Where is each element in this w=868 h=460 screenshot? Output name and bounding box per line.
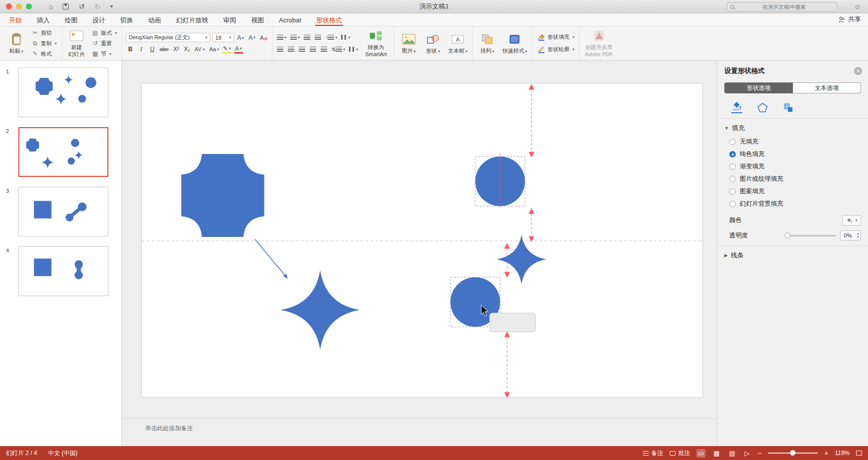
shape-fill-button[interactable]: 形状填充▾: [536, 33, 576, 41]
justify-button[interactable]: [309, 45, 318, 54]
reset-button[interactable]: ↺重置: [90, 39, 118, 48]
zoom-out-icon[interactable]: −: [758, 449, 762, 457]
fill-line-tab-icon[interactable]: [731, 101, 742, 113]
clear-formatting-button[interactable]: A: [259, 33, 268, 42]
shrink-font-button[interactable]: A▼: [248, 33, 257, 42]
fill-option-picture-texture[interactable]: 图片或纹理填充: [717, 173, 868, 185]
connector-arrow[interactable]: [255, 239, 288, 279]
slide-thumbnail-1[interactable]: [18, 68, 108, 117]
fit-slide-to-window-icon[interactable]: [856, 451, 862, 456]
size-properties-tab-icon[interactable]: [783, 101, 794, 113]
tab-slideshow[interactable]: 幻灯片放映: [175, 15, 209, 26]
cut-button[interactable]: ✂剪切: [30, 29, 58, 37]
home-icon[interactable]: ⌂: [49, 3, 53, 10]
zoom-slider-thumb[interactable]: [790, 450, 795, 456]
arrange-button[interactable]: 排列▾: [476, 31, 498, 55]
section-button[interactable]: ▦节▾: [90, 50, 118, 58]
comments-toggle-button[interactable]: 批注: [670, 449, 690, 458]
align-right-button[interactable]: [298, 45, 307, 54]
superscript-button[interactable]: X²: [172, 45, 180, 54]
spinner-up-icon[interactable]: ▲: [857, 232, 860, 235]
layout-button[interactable]: ▤版式▾: [90, 29, 118, 37]
tab-insert[interactable]: 插入: [36, 15, 51, 26]
fill-option-solid[interactable]: 纯色填充: [717, 148, 868, 160]
panel-close-icon[interactable]: ✕: [854, 67, 862, 75]
large-star-shape[interactable]: [280, 270, 360, 350]
copy-button[interactable]: ⧉复制▾: [30, 39, 58, 48]
tab-view[interactable]: 视图: [250, 15, 265, 26]
slide-sorter-view-icon[interactable]: ▦: [712, 449, 721, 458]
font-color-button[interactable]: A▾: [234, 45, 243, 54]
slide-thumbnail-3[interactable]: [18, 187, 108, 236]
normal-view-icon[interactable]: ▭: [696, 449, 705, 458]
tab-draw[interactable]: 绘图: [64, 15, 79, 26]
notes-toggle-button[interactable]: 备注: [643, 449, 663, 458]
zoom-window-button[interactable]: [26, 3, 32, 9]
tab-review[interactable]: 审阅: [222, 15, 237, 26]
grow-font-button[interactable]: A▲: [236, 33, 246, 42]
align-text-button[interactable]: ▾: [348, 45, 359, 54]
line-spacing-button[interactable]: ↕▾: [325, 33, 339, 42]
format-painter-button[interactable]: ✎格式: [30, 50, 58, 58]
tab-shape-options[interactable]: 形状选项: [724, 82, 793, 93]
change-case-button[interactable]: Aa▾: [208, 45, 220, 54]
tab-acrobat[interactable]: Acrobat: [278, 15, 302, 26]
slider-thumb[interactable]: [784, 232, 790, 238]
save-icon[interactable]: [63, 3, 69, 9]
notes-placeholder[interactable]: 单击此处添加备注: [145, 424, 193, 433]
feedback-smiley-icon[interactable]: ☺: [854, 2, 861, 10]
close-window-button[interactable]: [6, 3, 12, 9]
tab-transitions[interactable]: 切换: [119, 15, 134, 26]
notes-divider[interactable]: [122, 418, 717, 419]
font-size-select[interactable]: 18▾: [212, 33, 234, 42]
fill-option-gradient[interactable]: 渐变填充: [717, 160, 868, 173]
transparency-value-spinner[interactable]: 0% ▲▼: [840, 230, 861, 240]
slide-editor-canvas[interactable]: 单击此处添加备注: [122, 61, 717, 446]
fill-color-picker-button[interactable]: ▾: [842, 215, 861, 226]
align-center-button[interactable]: [287, 45, 296, 54]
tab-shape-format[interactable]: 形状格式: [315, 15, 343, 26]
zoom-level[interactable]: 119%: [835, 450, 850, 457]
tab-design[interactable]: 设计: [91, 15, 106, 26]
fill-option-pattern[interactable]: 图案填充: [717, 185, 868, 198]
font-name-select[interactable]: DengXian Regular (正文)▾: [126, 33, 210, 42]
fill-option-none[interactable]: 无填充: [717, 136, 868, 148]
small-star-shape[interactable]: [497, 234, 546, 284]
zoom-in-icon[interactable]: +: [824, 449, 828, 457]
search-input[interactable]: [734, 3, 834, 10]
reading-view-icon[interactable]: ▤: [728, 449, 737, 458]
quick-styles-button[interactable]: 快速样式▾: [501, 31, 528, 55]
tab-text-options[interactable]: 文本选项: [793, 82, 861, 93]
tab-animations[interactable]: 动画: [147, 15, 162, 26]
paste-button[interactable]: 粘贴▾: [5, 31, 27, 55]
language-indicator[interactable]: 中文 (中国): [48, 449, 78, 458]
picture-button[interactable]: 图片▾: [398, 31, 420, 55]
share-button[interactable]: 共享: [838, 15, 861, 24]
zoom-slider[interactable]: [768, 453, 818, 454]
distribute-button[interactable]: [320, 45, 329, 54]
increase-indent-button[interactable]: [314, 33, 323, 42]
undo-icon[interactable]: ↺: [79, 3, 85, 10]
slide-thumbnail-2-selected[interactable]: [18, 127, 108, 177]
highlight-color-button[interactable]: ✎▾: [222, 45, 232, 54]
slide-thumbnail-4[interactable]: [18, 246, 108, 296]
align-left-button[interactable]: [276, 45, 285, 54]
fill-section-header[interactable]: ▼ 填充: [717, 119, 868, 136]
shape-outline-button[interactable]: 形状轮廓▾: [536, 45, 576, 54]
shapes-button[interactable]: 形状▾: [422, 31, 444, 55]
effects-tab-icon[interactable]: [757, 101, 768, 113]
character-spacing-button[interactable]: AV▾: [193, 45, 206, 54]
italic-button[interactable]: I: [137, 45, 146, 54]
subscript-button[interactable]: X₂: [182, 45, 191, 54]
underline-button[interactable]: U: [148, 45, 157, 54]
redo-icon[interactable]: ↻: [94, 3, 100, 10]
smartart-button[interactable]: 转换为 SmartArt: [361, 28, 390, 58]
plaque-shape[interactable]: [181, 154, 264, 237]
text-direction-button[interactable]: ⇅▾: [331, 45, 346, 54]
slideshow-view-icon[interactable]: ▷: [743, 449, 751, 458]
transparency-slider[interactable]: [784, 235, 836, 236]
spinner-down-icon[interactable]: ▼: [857, 235, 860, 239]
search-box[interactable]: [727, 2, 837, 11]
toolbar-overflow-icon[interactable]: ▾: [110, 4, 113, 9]
bullets-button[interactable]: ▾: [276, 33, 287, 42]
